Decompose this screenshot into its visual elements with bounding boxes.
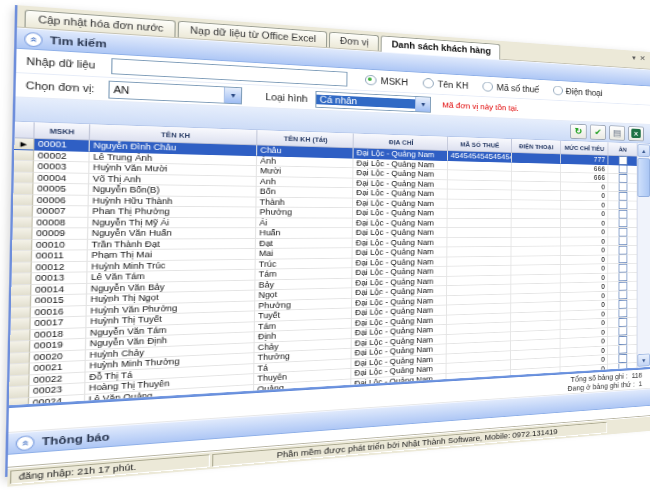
hidden-checkbox[interactable] (618, 282, 627, 291)
confirm-button[interactable]: ✔ (590, 124, 606, 140)
hidden-checkbox[interactable] (618, 345, 627, 354)
hidden-checkbox[interactable] (618, 273, 627, 282)
hidden-checkbox[interactable] (618, 318, 627, 327)
grid-cell[interactable] (11, 285, 31, 297)
grid-cell[interactable]: 0 (561, 228, 608, 237)
hidden-checkbox[interactable] (618, 219, 627, 227)
grid-cell[interactable] (608, 228, 637, 237)
radio-option[interactable]: Mã số thuế (483, 81, 540, 94)
hidden-checkbox[interactable] (618, 255, 627, 264)
chevron-down-icon[interactable]: ▾ (632, 54, 636, 62)
grid-cell[interactable] (447, 228, 511, 238)
chevron-down-icon[interactable]: ▼ (224, 87, 241, 103)
grid-cell[interactable] (13, 195, 33, 206)
hidden-checkbox[interactable] (618, 201, 627, 210)
hidden-checkbox[interactable] (618, 264, 627, 273)
hidden-checkbox[interactable] (618, 246, 627, 255)
grid-cell[interactable] (10, 352, 30, 364)
hidden-checkbox[interactable] (618, 237, 627, 246)
refresh-button[interactable]: ↻ (570, 123, 586, 139)
grid-cell[interactable] (447, 218, 511, 228)
radio-option[interactable]: Điện thoại (553, 85, 603, 97)
grid-cell[interactable]: Phưởng (256, 207, 353, 218)
grid-cell[interactable]: 00004 (34, 172, 90, 184)
grid-cell[interactable]: 0 (561, 210, 608, 219)
grid-cell[interactable] (13, 228, 33, 239)
grid-cell[interactable]: 00009 (32, 228, 88, 239)
grid-cell[interactable]: Ái (256, 218, 353, 228)
grid-cell[interactable] (10, 330, 30, 342)
grid-cell[interactable]: 0 (561, 219, 608, 228)
grid-cell[interactable] (14, 161, 34, 173)
grid-cell[interactable] (511, 228, 560, 237)
grid-cell[interactable]: 00010 (32, 239, 88, 250)
grid-cell[interactable] (608, 219, 637, 228)
chevron-down-icon[interactable]: ▼ (415, 96, 430, 111)
grid-cell[interactable] (448, 209, 512, 219)
grid-cell[interactable]: 00011 (32, 250, 88, 262)
column-header[interactable]: ĐIỆN THOẠI (512, 139, 561, 154)
hidden-checkbox[interactable] (618, 192, 627, 201)
grid-cell[interactable]: 00005 (33, 184, 89, 196)
grid-cell[interactable] (10, 341, 30, 353)
grid-cell[interactable]: ▶ (14, 138, 34, 150)
grid-cell[interactable] (11, 307, 31, 319)
hidden-checkbox[interactable] (618, 300, 627, 309)
hidden-checkbox[interactable] (618, 354, 627, 363)
grid-cell[interactable]: 00012 (32, 261, 88, 273)
grid-cell[interactable] (448, 199, 512, 209)
grid-cell[interactable] (12, 262, 32, 274)
type-combobox[interactable]: Cá nhân ▼ (316, 91, 432, 113)
grid-cell[interactable] (12, 240, 32, 251)
print-button[interactable]: ▤ (609, 125, 625, 140)
hidden-checkbox[interactable] (618, 174, 627, 183)
grid-cell[interactable]: Huấn (256, 228, 353, 238)
grid-cell[interactable]: Nguyễn Thị Mỹ Ái (88, 217, 256, 228)
grid-cell[interactable] (512, 200, 561, 210)
unit-combobox[interactable]: AN ▼ (109, 80, 243, 104)
grid-cell[interactable] (512, 209, 561, 219)
hidden-checkbox[interactable] (618, 210, 627, 219)
hidden-checkbox[interactable] (618, 336, 627, 345)
excel-button[interactable]: X (628, 126, 644, 141)
grid-cell[interactable] (608, 183, 637, 192)
grid-cell[interactable] (12, 273, 32, 285)
grid-cell[interactable]: 0 (561, 191, 608, 201)
grid-cell[interactable]: 00006 (33, 195, 89, 207)
grid-cell[interactable] (13, 206, 33, 217)
tab[interactable]: Đơn vị (329, 32, 379, 51)
grid-cell[interactable] (608, 201, 637, 210)
grid-cell[interactable] (608, 255, 637, 264)
grid-cell[interactable]: Đại Lộc - Quảng Nam (353, 228, 448, 238)
hidden-checkbox[interactable] (618, 156, 627, 165)
grid-cell[interactable]: Thành (256, 197, 353, 208)
vertical-scrollbar[interactable]: ▲ ▼ (637, 143, 650, 367)
grid-cell[interactable] (13, 183, 33, 194)
table-row[interactable]: 00008Nguyễn Thị Mỹ ÁiÁiĐại Lộc - Quảng N… (13, 217, 638, 228)
grid-cell[interactable]: 00007 (33, 206, 89, 217)
grid-cell[interactable]: Nguyễn Văn Huấn (88, 228, 256, 239)
grid-cell[interactable] (14, 150, 34, 162)
grid-cell[interactable] (14, 172, 34, 184)
grid-cell[interactable] (608, 237, 637, 246)
hidden-checkbox[interactable] (618, 327, 627, 336)
grid-cell[interactable]: Đại Lộc - Quảng Nam (353, 198, 448, 209)
grid-cell[interactable] (608, 210, 637, 219)
hidden-checkbox[interactable] (618, 183, 627, 192)
grid-cell[interactable] (608, 192, 637, 201)
grid-cell[interactable] (511, 237, 560, 247)
grid-cell[interactable] (11, 296, 31, 308)
hidden-checkbox[interactable] (618, 165, 627, 174)
grid-cell[interactable]: 00008 (33, 217, 89, 228)
grid-cell[interactable] (512, 190, 561, 200)
scroll-up-icon[interactable]: ▲ (638, 144, 650, 157)
radio-option[interactable]: Tên KH (423, 78, 468, 91)
grid-cell[interactable] (11, 318, 31, 330)
grid-cell[interactable] (13, 217, 33, 228)
close-icon[interactable]: ✕ (640, 54, 646, 62)
grid-cell[interactable] (12, 251, 32, 262)
grid-cell[interactable]: Đại Lộc - Quảng Nam (353, 218, 448, 228)
scroll-down-icon[interactable]: ▼ (637, 354, 650, 367)
grid-cell[interactable] (447, 237, 511, 247)
grid-cell[interactable]: 0 (561, 200, 608, 210)
